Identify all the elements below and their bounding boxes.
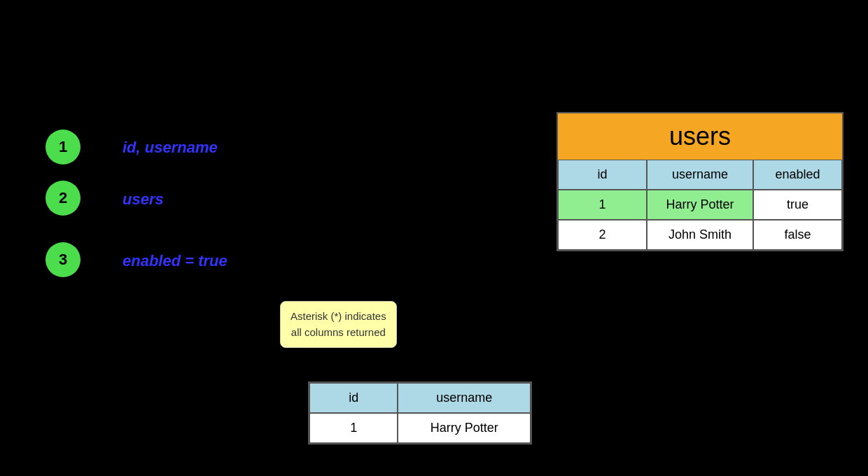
users-table: users id username enabled 1 Harry Potter… bbox=[556, 112, 844, 251]
col-id-header: id bbox=[558, 160, 647, 190]
step-1-circle: 1 bbox=[46, 130, 80, 164]
table-row: false bbox=[753, 220, 842, 250]
result-col-id-header: id bbox=[309, 383, 398, 413]
step-1-label: id, username bbox=[122, 139, 218, 157]
users-table-title: users bbox=[558, 113, 842, 160]
result-col-username-header: username bbox=[398, 383, 531, 413]
table-row: 2 bbox=[558, 220, 647, 250]
annotation-bubble: Asterisk (*) indicates all columns retur… bbox=[280, 301, 397, 348]
step-3-label: enabled = true bbox=[122, 252, 227, 270]
step-3-circle: 3 bbox=[46, 242, 80, 277]
step-2-circle: 2 bbox=[46, 181, 80, 216]
result-table: id username 1 Harry Potter bbox=[308, 382, 532, 444]
result-row: Harry Potter bbox=[398, 413, 531, 443]
result-row: 1 bbox=[309, 413, 398, 443]
col-username-header: username bbox=[647, 160, 753, 190]
table-row: 1 bbox=[558, 190, 647, 220]
table-row: John Smith bbox=[647, 220, 753, 250]
annotation-text-line1: Asterisk (*) indicates bbox=[290, 310, 386, 322]
annotation-text-line2: all columns returned bbox=[291, 326, 386, 338]
col-enabled-header: enabled bbox=[753, 160, 842, 190]
table-row: true bbox=[753, 190, 842, 220]
step-2-label: users bbox=[122, 190, 164, 209]
table-row: Harry Potter bbox=[647, 190, 753, 220]
